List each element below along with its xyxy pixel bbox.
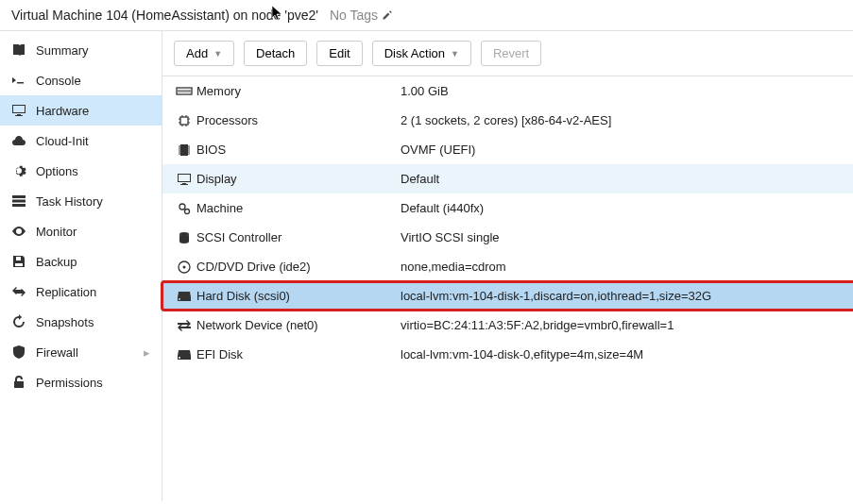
- sidebar-item-label: Hardware: [36, 104, 89, 118]
- svg-rect-2: [180, 144, 188, 156]
- terminal-icon: [11, 73, 26, 88]
- hw-row-bios[interactable]: BIOS OVMF (UEFI): [162, 135, 853, 164]
- hw-row-label: Machine: [196, 201, 401, 215]
- desktop-icon: [11, 103, 26, 118]
- cogs-icon: [172, 201, 196, 216]
- sidebar-item-taskhistory[interactable]: Task History: [0, 186, 162, 216]
- book-icon: [11, 42, 26, 58]
- disk-action-button[interactable]: Disk Action ▼: [372, 41, 471, 66]
- hw-row-value: VirtIO SCSI single: [401, 230, 844, 244]
- sidebar-item-permissions[interactable]: Permissions: [0, 367, 162, 397]
- list-icon: [11, 193, 26, 209]
- hw-row-label: EFI Disk: [196, 347, 401, 361]
- hw-row-label: SCSI Controller: [196, 230, 401, 244]
- sidebar-item-console[interactable]: Console: [0, 65, 162, 95]
- hw-row-value: none,media=cdrom: [401, 260, 844, 274]
- hardware-list: Memory 1.00 GiB Processors 2 (1 sockets,…: [162, 76, 853, 369]
- chevron-down-icon: ▼: [451, 49, 459, 59]
- sidebar-item-cloudinit[interactable]: Cloud-Init: [0, 126, 162, 156]
- detach-label: Detach: [256, 46, 295, 60]
- sidebar-item-label: Firewall: [36, 345, 78, 360]
- hw-row-label: BIOS: [196, 143, 401, 157]
- sidebar: Summary Console Hardware Cloud-Init Opti…: [0, 31, 162, 501]
- exchange-icon: [172, 318, 196, 333]
- eye-icon: [11, 224, 26, 239]
- sidebar-item-label: Task History: [36, 194, 103, 209]
- edit-button[interactable]: Edit: [316, 41, 362, 66]
- sidebar-item-options[interactable]: Options: [0, 156, 162, 186]
- hdd-icon: [172, 289, 196, 304]
- no-tags-label: No Tags: [330, 8, 378, 23]
- desktop-icon: [172, 172, 196, 187]
- hw-row-value: Default: [401, 172, 844, 186]
- save-icon: [11, 254, 26, 269]
- hw-row-value: local-lvm:vm-104-disk-1,discard=on,iothr…: [401, 289, 844, 303]
- chevron-down-icon: ▼: [213, 49, 222, 59]
- detach-button[interactable]: Detach: [244, 41, 307, 66]
- hw-row-processors[interactable]: Processors 2 (1 sockets, 2 cores) [x86-6…: [162, 106, 853, 135]
- hw-row-label: Processors: [196, 113, 401, 127]
- hw-row-value: Default (i440fx): [401, 201, 844, 215]
- hw-row-value: 1.00 GiB: [401, 84, 844, 98]
- hw-row-label: Display: [196, 172, 401, 186]
- revert-button[interactable]: Revert: [481, 41, 541, 66]
- sidebar-item-replication[interactable]: Replication: [0, 277, 162, 307]
- hw-row-cddvd[interactable]: CD/DVD Drive (ide2) none,media=cdrom: [162, 252, 853, 281]
- gear-icon: [11, 163, 26, 178]
- sidebar-item-monitor[interactable]: Monitor: [0, 216, 162, 246]
- hw-row-machine[interactable]: Machine Default (i440fx): [162, 193, 853, 223]
- disc-icon: [172, 260, 196, 275]
- sync-icon: [11, 284, 26, 299]
- svg-rect-1: [180, 117, 188, 125]
- page-header: Virtual Machine 104 (HomeAssistant) on n…: [0, 0, 853, 31]
- no-tags-button[interactable]: No Tags: [330, 8, 393, 23]
- svg-point-5: [179, 232, 189, 236]
- hw-row-efidisk[interactable]: EFI Disk local-lvm:vm-104-disk-0,efitype…: [162, 340, 853, 369]
- chevron-right-icon: ▸: [144, 345, 150, 360]
- hw-row-value: virtio=BC:24:11:A3:5F:A2,bridge=vmbr0,fi…: [401, 318, 844, 332]
- edit-label: Edit: [329, 46, 350, 60]
- cpu-icon: [172, 113, 196, 128]
- add-button[interactable]: Add ▼: [174, 41, 234, 66]
- main-layout: Summary Console Hardware Cloud-Init Opti…: [0, 31, 853, 501]
- toolbar: Add ▼ Detach Edit Disk Action ▼ Revert: [162, 31, 853, 76]
- pencil-icon: [382, 9, 393, 21]
- svg-point-3: [179, 204, 185, 210]
- sidebar-item-label: Snapshots: [36, 315, 94, 329]
- hw-row-label: CD/DVD Drive (ide2): [196, 260, 401, 274]
- hw-row-value: OVMF (UEFI): [401, 143, 844, 157]
- hw-row-scsi[interactable]: SCSI Controller VirtIO SCSI single: [162, 223, 853, 252]
- sidebar-item-snapshots[interactable]: Snapshots: [0, 307, 162, 337]
- hw-row-value: local-lvm:vm-104-disk-0,efitype=4m,size=…: [401, 347, 844, 361]
- sidebar-item-label: Console: [36, 74, 81, 88]
- sidebar-item-label: Options: [36, 164, 78, 178]
- hw-row-network[interactable]: Network Device (net0) virtio=BC:24:11:A3…: [162, 311, 853, 340]
- hw-row-harddisk[interactable]: Hard Disk (scsi0) local-lvm:vm-104-disk-…: [162, 281, 853, 311]
- database-icon: [172, 230, 196, 245]
- cloud-icon: [11, 133, 26, 148]
- svg-point-7: [183, 265, 186, 268]
- hw-row-display[interactable]: Display Default: [162, 164, 853, 193]
- sidebar-item-backup[interactable]: Backup: [0, 246, 162, 277]
- shield-icon: [11, 344, 26, 360]
- hw-row-label: Hard Disk (scsi0): [196, 289, 401, 303]
- chip-icon: [172, 143, 196, 158]
- hw-row-memory[interactable]: Memory 1.00 GiB: [162, 76, 853, 106]
- hdd-icon: [172, 347, 196, 362]
- sidebar-item-summary[interactable]: Summary: [0, 35, 162, 65]
- add-label: Add: [186, 46, 208, 60]
- sidebar-item-label: Permissions: [36, 376, 103, 390]
- revert-label: Revert: [493, 46, 529, 60]
- sidebar-item-label: Replication: [36, 285, 96, 299]
- svg-point-4: [185, 209, 190, 213]
- hw-row-value: 2 (1 sockets, 2 cores) [x86-64-v2-AES]: [401, 113, 844, 127]
- sidebar-item-hardware[interactable]: Hardware: [0, 95, 162, 126]
- sidebar-item-firewall[interactable]: Firewall ▸: [0, 337, 162, 367]
- sidebar-item-label: Cloud-Init: [36, 134, 89, 148]
- page-title: Virtual Machine 104 (HomeAssistant) on n…: [11, 8, 318, 23]
- history-icon: [11, 314, 26, 329]
- sidebar-item-label: Summary: [36, 43, 89, 58]
- memory-icon: [172, 85, 196, 98]
- disk-action-label: Disk Action: [384, 46, 445, 60]
- hw-row-label: Network Device (net0): [196, 318, 401, 332]
